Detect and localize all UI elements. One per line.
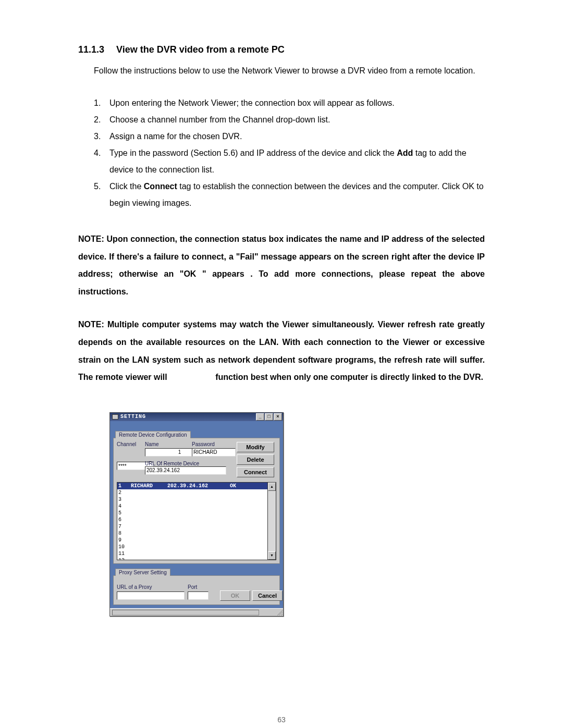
ok-button[interactable]: OK <box>220 590 250 601</box>
list-scrollbar[interactable]: ▲ ▼ <box>267 482 276 560</box>
list-row[interactable]: 2 <box>117 489 267 496</box>
list-item: 4. Type in the password (Section 5.6) an… <box>94 145 485 178</box>
port-input[interactable] <box>188 591 209 600</box>
section-number: 11.1.3 <box>78 44 104 55</box>
list-row[interactable]: 8 <box>117 530 267 537</box>
list-row[interactable]: 10 <box>117 544 267 550</box>
label-name: Name <box>145 441 192 447</box>
url-device-input[interactable] <box>145 466 226 475</box>
section-heading: 11.1.3 View the DVR video from a remote … <box>78 44 485 55</box>
list-item: 3. Assign a name for the chosen DVR. <box>94 128 485 145</box>
label-url-device: URL Of Remote Device <box>145 461 232 466</box>
list-row[interactable]: 12 <box>117 557 267 560</box>
name-input[interactable] <box>192 448 236 456</box>
list-row[interactable]: 4 <box>117 503 267 510</box>
list-item: 5. Click the Connect tag to establish th… <box>94 178 485 212</box>
label-channel: Channel <box>117 441 145 447</box>
note-2: NOTE: Multiple computer systems may watc… <box>78 316 485 386</box>
maximize-button[interactable]: □ <box>265 413 273 421</box>
list-item: 1. Upon entering the Network Viewer; the… <box>94 95 485 112</box>
label-url-proxy: URL of a Proxy <box>117 584 185 590</box>
list-row[interactable]: 7 <box>117 523 267 530</box>
remote-device-panel: Channel Name Password ▼ Modify Delete <box>113 438 280 564</box>
connect-button[interactable]: Connect <box>237 467 274 477</box>
intro-paragraph: Follow the instructions below to use the… <box>94 63 485 79</box>
section-title: View the DVR video from a remote PC <box>116 44 285 55</box>
list-row[interactable]: 11 <box>117 550 267 557</box>
delete-button[interactable]: Delete <box>237 454 274 465</box>
instruction-list: 1. Upon entering the Network Viewer; the… <box>94 95 485 212</box>
page-number: 63 <box>0 715 563 724</box>
list-item: 2. Choose a channel number from the Chan… <box>94 112 485 128</box>
scroll-down-icon[interactable]: ▼ <box>268 551 276 560</box>
settings-dialog: SETTING _ □ × Remote Device Configuratio… <box>109 412 284 616</box>
note-1: NOTE: Upon connection, the connection st… <box>78 230 485 300</box>
document-page: 11.1.3 View the DVR video from a remote … <box>0 0 563 728</box>
cancel-button[interactable]: Cancel <box>252 590 283 601</box>
list-row[interactable]: 9 <box>117 537 267 544</box>
channel-select[interactable]: ▼ <box>145 448 168 456</box>
tab-proxy-server-setting[interactable]: Proxy Server Setting <box>115 569 170 576</box>
title-bar: SETTING _ □ × <box>110 413 283 421</box>
app-icon <box>112 414 118 419</box>
scroll-up-icon[interactable]: ▲ <box>268 483 276 491</box>
list-row[interactable]: 5 <box>117 510 267 516</box>
connection-list[interactable]: 1 RICHARD 202.39.24.162 OK 2 3 4 5 6 7 <box>117 482 276 560</box>
settings-dialog-figure: SETTING _ □ × Remote Device Configuratio… <box>109 412 485 616</box>
minimize-button[interactable]: _ <box>256 413 264 421</box>
list-row[interactable]: 3 <box>117 496 267 503</box>
window-title: SETTING <box>120 414 146 419</box>
list-row[interactable]: 6 <box>117 516 267 523</box>
proxy-panel: URL of a Proxy Port OK Cancel <box>113 575 280 605</box>
close-button[interactable]: × <box>274 413 282 421</box>
resize-grip-icon[interactable] <box>276 609 283 615</box>
modify-button[interactable]: Modify <box>237 442 274 452</box>
list-row-selected[interactable]: 1 RICHARD 202.39.24.162 OK <box>117 483 267 489</box>
label-port: Port <box>188 584 217 590</box>
status-bar <box>110 608 283 616</box>
tab-remote-device-config[interactable]: Remote Device Configuration <box>115 431 191 438</box>
label-password: Password <box>192 441 232 447</box>
url-proxy-input[interactable] <box>117 591 185 600</box>
